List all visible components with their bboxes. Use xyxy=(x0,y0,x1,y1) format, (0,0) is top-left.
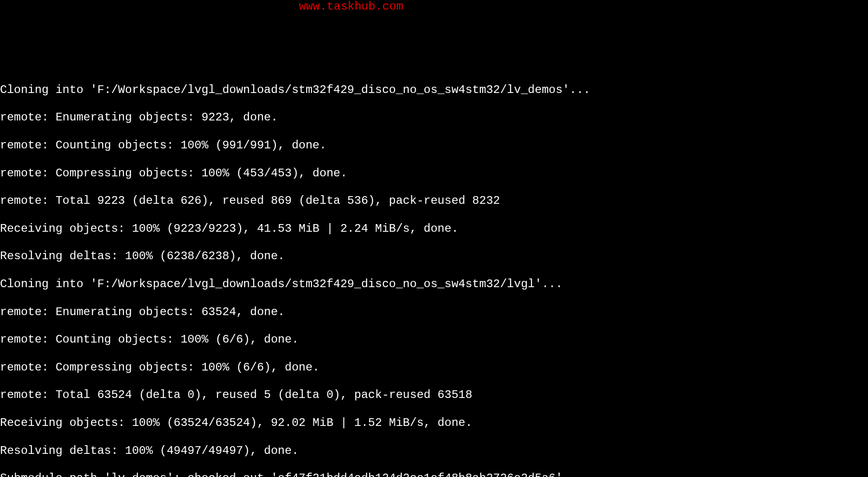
output-line: Submodule path 'lv_demos': checked out '… xyxy=(0,472,868,477)
output-line: remote: Compressing objects: 100% (453/4… xyxy=(0,167,868,181)
output-line: Cloning into 'F:/Workspace/lvgl_download… xyxy=(0,278,868,292)
output-line: Receiving objects: 100% (9223/9223), 41.… xyxy=(0,222,868,236)
output-line: Resolving deltas: 100% (49497/49497), do… xyxy=(0,444,868,458)
output-line: Resolving deltas: 100% (6238/6238), done… xyxy=(0,250,868,264)
output-line: Cloning into 'F:/Workspace/lvgl_download… xyxy=(0,83,868,97)
output-line: remote: Enumerating objects: 9223, done. xyxy=(0,111,868,125)
output-line: remote: Counting objects: 100% (991/991)… xyxy=(0,139,868,153)
watermark-text: www.taskhub.com xyxy=(299,0,403,14)
output-line: remote: Total 63524 (delta 0), reused 5 … xyxy=(0,388,868,402)
output-line: remote: Total 9223 (delta 626), reused 8… xyxy=(0,194,868,208)
output-line: remote: Counting objects: 100% (6/6), do… xyxy=(0,333,868,347)
output-line: Receiving objects: 100% (63524/63524), 9… xyxy=(0,416,868,430)
terminal-window[interactable]: www.taskhub.com Cloning into 'F:/Workspa… xyxy=(0,55,868,477)
output-line: remote: Enumerating objects: 63524, done… xyxy=(0,305,868,319)
output-line: remote: Compressing objects: 100% (6/6),… xyxy=(0,361,868,375)
